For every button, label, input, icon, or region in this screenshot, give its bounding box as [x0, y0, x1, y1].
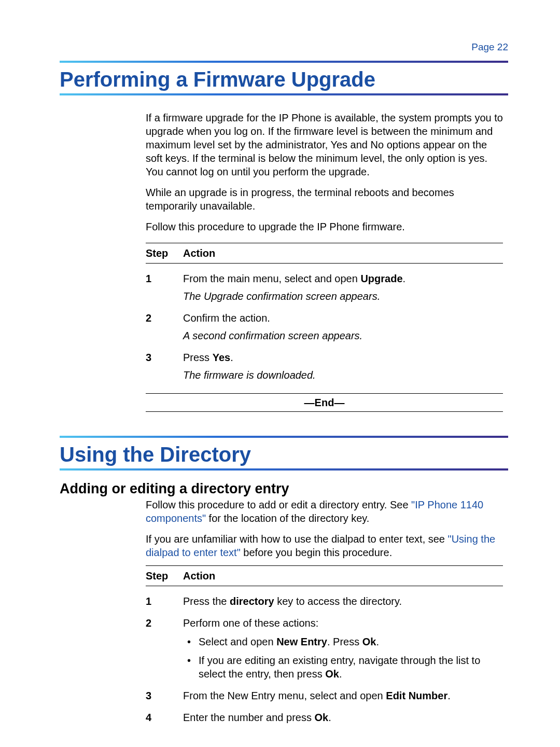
- section2-body: Follow this procedure to add or edit a d…: [146, 498, 503, 724]
- section1-body: If a firmware upgrade for the IP Phone i…: [146, 111, 503, 412]
- step-result: The Upgrade confirmation screen appears.: [183, 289, 503, 303]
- subheading-add-edit-entry: Adding or editing a directory entry: [60, 481, 508, 497]
- col-action-label: Action: [183, 569, 503, 583]
- paragraph: If you are unfamiliar with how to use th…: [146, 532, 503, 559]
- col-action-label: Action: [183, 246, 503, 260]
- table-rule: [146, 411, 503, 412]
- table-rule: [146, 243, 503, 243]
- table-row: 2 Perform one of these actions: Select a…: [146, 616, 503, 681]
- divider-gradient: [60, 93, 508, 95]
- section2: Using the Directory Adding or editing a …: [60, 436, 508, 724]
- col-step-label: Step: [146, 569, 183, 583]
- step-text: Press Yes.: [183, 351, 503, 364]
- paragraph: While an upgrade is in progress, the ter…: [146, 186, 503, 213]
- step-number: 3: [146, 351, 183, 382]
- step-action: Perform one of these actions: Select and…: [183, 616, 503, 681]
- step-text: Enter the number and press Ok.: [183, 711, 503, 724]
- page: Page 22 Performing a Firmware Upgrade If…: [0, 0, 560, 747]
- col-step-label: Step: [146, 246, 183, 260]
- step-number: 4: [146, 711, 183, 724]
- steps-table: Step Action 1 Press the directory key to…: [146, 565, 503, 724]
- step-action: From the main menu, select and open Upgr…: [183, 272, 503, 303]
- step-action: Press the directory key to access the di…: [183, 594, 503, 608]
- table-header-row: Step Action: [146, 246, 503, 260]
- step-result: The firmware is downloaded.: [183, 368, 503, 382]
- step-text: Perform one of these actions:: [183, 616, 503, 630]
- page-number: Page 22: [60, 42, 508, 53]
- table-row: 3 Press Yes. The firmware is downloaded.: [146, 351, 503, 382]
- step-text: From the main menu, select and open Upgr…: [183, 272, 503, 285]
- heading-firmware-upgrade: Performing a Firmware Upgrade: [60, 68, 508, 91]
- step-number: 3: [146, 689, 183, 702]
- heading-using-directory: Using the Directory: [60, 443, 508, 466]
- table-rule: [146, 263, 503, 264]
- table-rule: [146, 393, 503, 394]
- list-item: If you are editing an existing entry, na…: [183, 654, 503, 681]
- table-row: 1 Press the directory key to access the …: [146, 594, 503, 608]
- list-item: Select and open New Entry. Press Ok.: [183, 635, 503, 648]
- divider-gradient: [60, 61, 508, 63]
- paragraph: Follow this procedure to upgrade the IP …: [146, 220, 503, 233]
- steps-table: Step Action 1 From the main menu, select…: [146, 243, 503, 412]
- step-action: Confirm the action. A second confirmatio…: [183, 311, 503, 342]
- bullet-list: Select and open New Entry. Press Ok. If …: [183, 635, 503, 681]
- step-text: From the New Entry menu, select and open…: [183, 689, 503, 702]
- table-rule: [146, 586, 503, 586]
- step-number: 1: [146, 594, 183, 608]
- step-number: 2: [146, 311, 183, 342]
- table-header-row: Step Action: [146, 569, 503, 583]
- step-number: 2: [146, 616, 183, 681]
- paragraph: If a firmware upgrade for the IP Phone i…: [146, 111, 503, 178]
- step-action: Press Yes. The firmware is downloaded.: [183, 351, 503, 382]
- step-result: A second confirmation screen appears.: [183, 329, 503, 342]
- end-block: —End—: [146, 393, 503, 412]
- step-number: 1: [146, 272, 183, 303]
- paragraph: Follow this procedure to add or edit a d…: [146, 498, 503, 525]
- table-row: 2 Confirm the action. A second confirmat…: [146, 311, 503, 342]
- divider-gradient: [60, 468, 508, 471]
- table-rule: [146, 565, 503, 566]
- step-action: From the New Entry menu, select and open…: [183, 689, 503, 702]
- table-row: 1 From the main menu, select and open Up…: [146, 272, 503, 303]
- step-text: Press the directory key to access the di…: [183, 594, 503, 608]
- table-row: 3 From the New Entry menu, select and op…: [146, 689, 503, 702]
- table-row: 4 Enter the number and press Ok.: [146, 711, 503, 724]
- step-text: Confirm the action.: [183, 311, 503, 325]
- divider-gradient: [60, 436, 508, 438]
- end-label: —End—: [146, 396, 503, 409]
- step-action: Enter the number and press Ok.: [183, 711, 503, 724]
